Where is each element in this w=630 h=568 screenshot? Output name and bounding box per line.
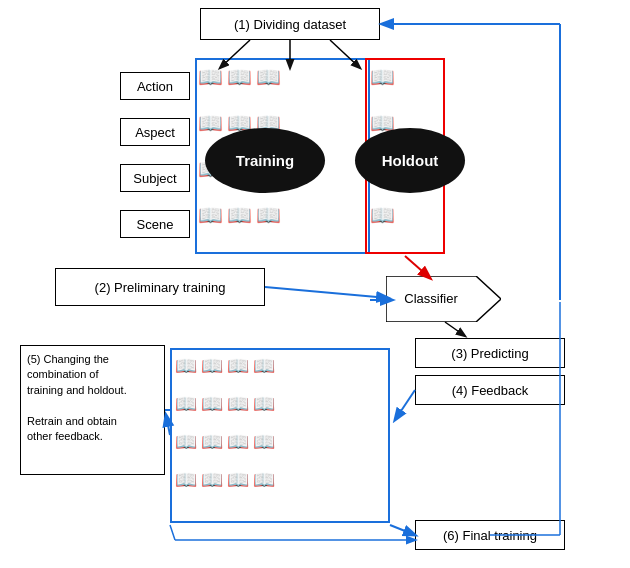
svg-text:Classifier: Classifier xyxy=(404,291,458,306)
step5-box: (5) Changing the combination of training… xyxy=(20,345,165,475)
book-icon: 📖 xyxy=(370,203,395,227)
aspect-box: Aspect xyxy=(120,118,190,146)
book-icon: 📖 xyxy=(198,203,223,227)
book-row-scene-holdout: 📖 xyxy=(370,203,395,227)
book-row-action-holdout: 📖 xyxy=(370,65,395,89)
book-icon: 📖 xyxy=(227,431,249,453)
holdout-oval: Holdout xyxy=(355,128,465,193)
classifier-shape: Classifier xyxy=(386,276,501,322)
book-icon: 📖 xyxy=(175,393,197,415)
book-icon: 📖 xyxy=(227,469,249,491)
book-icon: 📖 xyxy=(201,469,223,491)
bottom-book-row1: 📖 📖 📖 📖 xyxy=(175,355,275,377)
book-icon: 📖 xyxy=(253,393,275,415)
bottom-book-row4: 📖 📖 📖 📖 xyxy=(175,469,275,491)
book-icon: 📖 xyxy=(256,203,281,227)
final-training-box: (6) Final training xyxy=(415,520,565,550)
book-icon: 📖 xyxy=(256,65,281,89)
prelim-training-box: (2) Preliminary training xyxy=(55,268,265,306)
svg-line-7 xyxy=(405,256,430,278)
subject-box: Subject xyxy=(120,164,190,192)
book-icon: 📖 xyxy=(201,393,223,415)
step2-label: (2) Preliminary training xyxy=(95,280,226,295)
step3-label: (3) Predicting xyxy=(451,346,528,361)
book-icon: 📖 xyxy=(253,469,275,491)
classifier-box: Classifier xyxy=(386,276,501,326)
training-oval: Training xyxy=(205,128,325,193)
book-icon: 📖 xyxy=(227,65,252,89)
action-label: Action xyxy=(137,79,173,94)
step1-label: (1) Dividing dataset xyxy=(234,17,346,32)
book-icon: 📖 xyxy=(198,65,223,89)
book-row-action-training: 📖 📖 📖 xyxy=(198,65,281,89)
book-icon: 📖 xyxy=(201,431,223,453)
subject-label: Subject xyxy=(133,171,176,186)
predicting-box: (3) Predicting xyxy=(415,338,565,368)
bottom-book-row2: 📖 📖 📖 📖 xyxy=(175,393,275,415)
book-icon: 📖 xyxy=(175,431,197,453)
bottom-book-row3: 📖 📖 📖 📖 xyxy=(175,431,275,453)
book-icon: 📖 xyxy=(227,393,249,415)
book-icon: 📖 xyxy=(175,469,197,491)
step5-text: (5) Changing the combination of training… xyxy=(27,352,127,444)
step5-line6: other feedback. xyxy=(27,429,127,444)
book-icon: 📖 xyxy=(370,65,395,89)
book-icon: 📖 xyxy=(198,111,223,135)
svg-line-6 xyxy=(265,287,388,298)
feedback-box: (4) Feedback xyxy=(415,375,565,405)
svg-line-13 xyxy=(170,525,175,540)
step4-label: (4) Feedback xyxy=(452,383,529,398)
step5-line2: combination of xyxy=(27,367,127,382)
step6-label: (6) Final training xyxy=(443,528,537,543)
scene-label: Scene xyxy=(137,217,174,232)
book-icon: 📖 xyxy=(253,355,275,377)
holdout-label: Holdout xyxy=(382,152,439,169)
svg-line-12 xyxy=(390,525,415,535)
book-icon: 📖 xyxy=(227,355,249,377)
diagram: (1) Dividing dataset Action Aspect Subje… xyxy=(0,0,630,568)
book-icon: 📖 xyxy=(253,431,275,453)
step5-line3: training and holdout. xyxy=(27,383,127,398)
scene-box: Scene xyxy=(120,210,190,238)
training-label: Training xyxy=(236,152,294,169)
step5-line5: Retrain and obtain xyxy=(27,414,127,429)
book-icon: 📖 xyxy=(175,355,197,377)
dividing-dataset-box: (1) Dividing dataset xyxy=(200,8,380,40)
action-box: Action xyxy=(120,72,190,100)
book-row-scene-training: 📖 📖 📖 xyxy=(198,203,281,227)
step5-line1: (5) Changing the xyxy=(27,352,127,367)
svg-line-9 xyxy=(395,390,415,420)
book-icon: 📖 xyxy=(201,355,223,377)
aspect-label: Aspect xyxy=(135,125,175,140)
book-icon: 📖 xyxy=(227,203,252,227)
